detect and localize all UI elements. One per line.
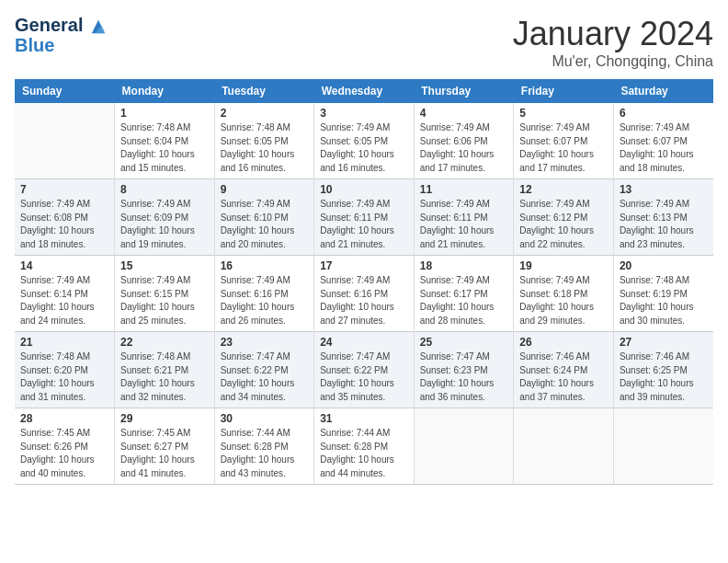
calendar-cell: 7Sunrise: 7:49 AM Sunset: 6:08 PM Daylig… [15, 179, 115, 256]
day-number: 31 [320, 412, 408, 425]
day-number: 29 [120, 412, 209, 425]
month-title: January 2024 [513, 15, 713, 53]
day-info: Sunrise: 7:47 AM Sunset: 6:22 PM Dayligh… [221, 350, 309, 404]
day-number: 8 [120, 183, 209, 196]
day-number: 18 [420, 259, 508, 272]
day-info: Sunrise: 7:44 AM Sunset: 6:28 PM Dayligh… [221, 427, 309, 480]
day-number: 24 [320, 336, 408, 349]
calendar-cell [514, 408, 614, 485]
logo: General Blue [15, 15, 107, 55]
logo-blue: Blue [15, 35, 107, 55]
day-info: Sunrise: 7:49 AM Sunset: 6:06 PM Dayligh… [420, 121, 508, 175]
calendar-cell: 27Sunrise: 7:46 AM Sunset: 6:25 PM Dayli… [613, 332, 713, 408]
day-number: 13 [620, 183, 708, 196]
day-number: 7 [20, 183, 108, 196]
day-info: Sunrise: 7:49 AM Sunset: 6:16 PM Dayligh… [320, 274, 408, 327]
day-info: Sunrise: 7:46 AM Sunset: 6:25 PM Dayligh… [620, 350, 708, 404]
calendar-cell: 11Sunrise: 7:49 AM Sunset: 6:11 PM Dayli… [414, 179, 514, 256]
title-block: January 2024 Mu'er, Chongqing, China [513, 15, 713, 70]
col-header-sunday: Sunday [15, 79, 115, 103]
day-number: 20 [620, 259, 708, 272]
calendar-cell: 24Sunrise: 7:47 AM Sunset: 6:22 PM Dayli… [314, 332, 415, 408]
day-info: Sunrise: 7:49 AM Sunset: 6:07 PM Dayligh… [519, 121, 608, 175]
calendar-table: SundayMondayTuesdayWednesdayThursdayFrid… [15, 79, 713, 485]
day-number: 2 [221, 107, 309, 120]
day-info: Sunrise: 7:49 AM Sunset: 6:07 PM Dayligh… [620, 121, 708, 175]
day-number: 27 [620, 336, 708, 349]
calendar-cell: 9Sunrise: 7:49 AM Sunset: 6:10 PM Daylig… [214, 179, 314, 256]
day-number: 12 [519, 183, 608, 196]
page-header: General Blue January 2024 Mu'er, Chongqi… [15, 15, 713, 70]
logo-icon [90, 18, 107, 35]
calendar-cell: 18Sunrise: 7:49 AM Sunset: 6:17 PM Dayli… [414, 256, 514, 332]
calendar-cell [414, 408, 514, 485]
calendar-cell: 4Sunrise: 7:49 AM Sunset: 6:06 PM Daylig… [414, 103, 514, 179]
calendar-cell: 20Sunrise: 7:48 AM Sunset: 6:19 PM Dayli… [613, 256, 713, 332]
day-number: 30 [221, 412, 309, 425]
calendar-cell: 30Sunrise: 7:44 AM Sunset: 6:28 PM Dayli… [214, 408, 314, 485]
calendar-cell: 15Sunrise: 7:49 AM Sunset: 6:15 PM Dayli… [115, 256, 215, 332]
day-number: 3 [320, 107, 408, 120]
calendar-cell: 31Sunrise: 7:44 AM Sunset: 6:28 PM Dayli… [314, 408, 415, 485]
day-number: 15 [120, 259, 209, 272]
day-info: Sunrise: 7:49 AM Sunset: 6:14 PM Dayligh… [20, 274, 108, 327]
calendar-cell [15, 103, 115, 179]
col-header-saturday: Saturday [613, 79, 713, 103]
day-info: Sunrise: 7:45 AM Sunset: 6:26 PM Dayligh… [20, 427, 108, 480]
location: Mu'er, Chongqing, China [513, 53, 713, 70]
day-info: Sunrise: 7:49 AM Sunset: 6:11 PM Dayligh… [320, 198, 408, 251]
col-header-tuesday: Tuesday [214, 79, 314, 103]
calendar-cell: 28Sunrise: 7:45 AM Sunset: 6:26 PM Dayli… [15, 408, 115, 485]
calendar-week-row: 14Sunrise: 7:49 AM Sunset: 6:14 PM Dayli… [15, 256, 713, 332]
day-info: Sunrise: 7:49 AM Sunset: 6:08 PM Dayligh… [20, 198, 108, 251]
calendar-cell [613, 408, 713, 485]
day-number: 17 [320, 259, 408, 272]
day-number: 5 [519, 107, 608, 120]
calendar-cell: 29Sunrise: 7:45 AM Sunset: 6:27 PM Dayli… [115, 408, 215, 485]
day-number: 6 [620, 107, 708, 120]
day-number: 9 [221, 183, 309, 196]
calendar-cell: 2Sunrise: 7:48 AM Sunset: 6:05 PM Daylig… [214, 103, 314, 179]
calendar-cell: 25Sunrise: 7:47 AM Sunset: 6:23 PM Dayli… [414, 332, 514, 408]
calendar-cell: 12Sunrise: 7:49 AM Sunset: 6:12 PM Dayli… [514, 179, 614, 256]
calendar-cell: 26Sunrise: 7:46 AM Sunset: 6:24 PM Dayli… [514, 332, 614, 408]
day-info: Sunrise: 7:47 AM Sunset: 6:22 PM Dayligh… [320, 350, 408, 404]
calendar-cell: 16Sunrise: 7:49 AM Sunset: 6:16 PM Dayli… [214, 256, 314, 332]
calendar-cell: 17Sunrise: 7:49 AM Sunset: 6:16 PM Dayli… [314, 256, 415, 332]
col-header-thursday: Thursday [414, 79, 514, 103]
calendar-week-row: 21Sunrise: 7:48 AM Sunset: 6:20 PM Dayli… [15, 332, 713, 408]
col-header-friday: Friday [514, 79, 614, 103]
calendar-cell: 8Sunrise: 7:49 AM Sunset: 6:09 PM Daylig… [115, 179, 215, 256]
day-info: Sunrise: 7:49 AM Sunset: 6:05 PM Dayligh… [320, 121, 408, 175]
day-info: Sunrise: 7:47 AM Sunset: 6:23 PM Dayligh… [420, 350, 508, 404]
day-info: Sunrise: 7:49 AM Sunset: 6:17 PM Dayligh… [420, 274, 508, 327]
day-info: Sunrise: 7:45 AM Sunset: 6:27 PM Dayligh… [120, 427, 209, 480]
day-number: 10 [320, 183, 408, 196]
calendar-week-row: 7Sunrise: 7:49 AM Sunset: 6:08 PM Daylig… [15, 179, 713, 256]
day-number: 16 [221, 259, 309, 272]
day-number: 19 [519, 259, 608, 272]
day-number: 28 [20, 412, 108, 425]
calendar-cell: 3Sunrise: 7:49 AM Sunset: 6:05 PM Daylig… [314, 103, 415, 179]
calendar-week-row: 28Sunrise: 7:45 AM Sunset: 6:26 PM Dayli… [15, 408, 713, 485]
logo-text: General [15, 15, 107, 35]
day-info: Sunrise: 7:49 AM Sunset: 6:12 PM Dayligh… [519, 198, 608, 251]
day-number: 26 [519, 336, 608, 349]
day-info: Sunrise: 7:48 AM Sunset: 6:04 PM Dayligh… [120, 121, 209, 175]
calendar-cell: 10Sunrise: 7:49 AM Sunset: 6:11 PM Dayli… [314, 179, 415, 256]
day-number: 4 [420, 107, 508, 120]
calendar-cell: 14Sunrise: 7:49 AM Sunset: 6:14 PM Dayli… [15, 256, 115, 332]
col-header-wednesday: Wednesday [314, 79, 415, 103]
day-number: 23 [221, 336, 309, 349]
day-info: Sunrise: 7:49 AM Sunset: 6:16 PM Dayligh… [221, 274, 309, 327]
calendar-cell: 22Sunrise: 7:48 AM Sunset: 6:21 PM Dayli… [115, 332, 215, 408]
day-number: 22 [120, 336, 209, 349]
calendar-cell: 23Sunrise: 7:47 AM Sunset: 6:22 PM Dayli… [214, 332, 314, 408]
day-info: Sunrise: 7:46 AM Sunset: 6:24 PM Dayligh… [519, 350, 608, 404]
calendar-header-row: SundayMondayTuesdayWednesdayThursdayFrid… [15, 79, 713, 103]
calendar-cell: 1Sunrise: 7:48 AM Sunset: 6:04 PM Daylig… [115, 103, 215, 179]
calendar-cell: 21Sunrise: 7:48 AM Sunset: 6:20 PM Dayli… [15, 332, 115, 408]
day-number: 25 [420, 336, 508, 349]
calendar-cell: 13Sunrise: 7:49 AM Sunset: 6:13 PM Dayli… [613, 179, 713, 256]
day-info: Sunrise: 7:49 AM Sunset: 6:13 PM Dayligh… [620, 198, 708, 251]
